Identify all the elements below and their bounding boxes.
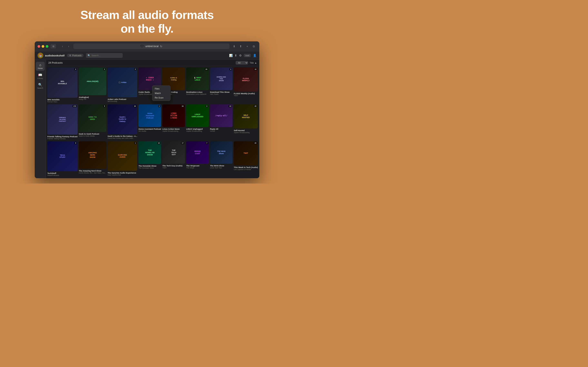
address-bar[interactable]: 🛡 umbrel.local ↻ (73, 43, 229, 49)
settings-icon[interactable]: ⚙ (239, 54, 242, 57)
forward-button[interactable]: › (66, 44, 71, 49)
sidebar-item-library[interactable]: 📖 Library (36, 72, 45, 81)
podcast-badge: 20 (254, 105, 257, 107)
podcast-info: The VergecastThe Verge (186, 164, 209, 169)
podcast-info: Self-HostedJupiter Broadcasting (234, 128, 258, 134)
podcast-card[interactable]: 20TWiTThis Week in Tech (Audio)Leo Lapor… (234, 141, 258, 177)
context-menu-item[interactable]: Files (152, 86, 170, 91)
podcast-info: The Homelab ShowThe Homelab Show (138, 164, 161, 169)
podcast-card[interactable]: 16LINUX ACTION >/NEWSLinux Action NewsJu… (162, 104, 185, 140)
podcast-badge: 23 (205, 68, 208, 70)
podcast-card[interactable]: 23🐧 DEST LINUXDestination LinuxDestinati… (186, 67, 209, 103)
library-icon: 📖 (38, 73, 42, 77)
podcasts-tag[interactable]: 🎙 Podcasts (67, 54, 84, 57)
filter-select[interactable]: All (236, 61, 248, 65)
podcast-title: TechStuff (47, 172, 78, 174)
search-bar[interactable]: 🔍 Search... (86, 53, 123, 58)
podcast-art: 🎧 Ardan (108, 67, 138, 97)
podcast-badge: 2 (134, 68, 137, 70)
context-menu-item[interactable]: Match (152, 91, 170, 95)
podcast-card[interactable]: 7VERGE CASTThe VergecastThe Verge (186, 141, 209, 177)
maximize-button[interactable] (46, 45, 48, 48)
podcast-info: Download This ShowABC Radio (210, 90, 233, 96)
podcast-art: LINUX UNPLUGGED (186, 104, 209, 127)
podcast-author: Gary Vaynerchuk (108, 174, 138, 176)
podcast-info: The Tech Guy (Audio)TWIT (162, 164, 185, 169)
podcast-title: FLOSS Weekly (Audio) (234, 92, 258, 95)
home-icon: ⌂ (39, 63, 41, 67)
podcast-card[interactable]: ThE WAN ShowThe WAN ShowLinus Tech Tips (210, 141, 233, 177)
podcast-card[interactable]: 13/reply-all/Reply AllGimlet (210, 104, 233, 140)
podcast-author: Jupiter Broadcasting (186, 130, 209, 132)
podcast-art: THE TECH GUY (162, 141, 185, 164)
podcast-card[interactable]: 4LINUX UNPLUGGEDLINUX UnpluggedJupiter B… (186, 104, 209, 140)
podcast-badge: 16 (181, 105, 184, 107)
tabs-button[interactable]: ⧉ (251, 44, 256, 49)
podcast-card[interactable]: FilesMatchRe-Scan< CODER RADIO >⋮Coder R… (138, 67, 161, 103)
podcast-card[interactable]: 3ANALOG(UE)Analog(ue)Relay FM (79, 67, 106, 103)
podcast-author: Gimlet (210, 130, 233, 132)
podcast-badge: 9 (74, 142, 77, 144)
url-text: umbrel.local (145, 45, 159, 48)
share-button[interactable]: ⬆ (238, 44, 243, 49)
podcast-card[interactable]: 299% INVISIBLE99% InvisibleRoman Mars (47, 67, 78, 103)
sort-direction-icon[interactable]: ▲ (255, 62, 257, 64)
podcast-card[interactable]: 10FLOSS WEEKLYFLOSS Weekly (Audio)TWIT (234, 67, 258, 103)
podcast-card[interactable]: 4DOWNLOAD THIS SHOWDownload This ShowABC… (210, 67, 233, 103)
podcast-info: LINUX UnpluggedJupiter Broadcasting (186, 127, 209, 133)
podcast-badge: 10 (157, 142, 161, 144)
podcast-card[interactable]: 172FRIENDS TALKING FANTASYFriends Talkin… (47, 104, 78, 140)
podcast-title: Self-Hosted (234, 129, 258, 132)
sidebar-item-search[interactable]: 🔍 Search (36, 81, 45, 90)
back-button[interactable]: ‹ (60, 44, 65, 49)
podcast-author: David Barr Kirtley and John Jose... (108, 137, 138, 139)
sidebar-item-home[interactable]: ⌂ Home (36, 62, 45, 71)
sidebar-home-label: Home (38, 67, 43, 69)
podcast-info: TechStuffiHeartPodcasts (47, 171, 78, 177)
reload-icon[interactable]: ↻ (160, 45, 162, 48)
upload-icon[interactable]: ⬆ (234, 54, 237, 57)
browser-chrome: ⊟ ‹ › 🛡 umbrel.local ↻ ⬇ ⬆ + ⧉ (35, 42, 259, 51)
user-icon[interactable]: 👤 (253, 54, 256, 57)
download-button[interactable]: ⬇ (232, 44, 237, 49)
podcast-title: The Tech Guy (Audio) (162, 165, 185, 167)
stats-icon[interactable]: 📊 (229, 54, 233, 57)
podcast-author: Friends Talking Fantasy (47, 138, 78, 140)
sort-row: Title ▲ (250, 62, 257, 64)
sidebar-toggle-button[interactable]: ⊟ (51, 44, 56, 49)
minimize-button[interactable] (42, 45, 44, 48)
podcast-info: The WAN ShowLinus Tech Tips (210, 164, 233, 169)
podcast-card[interactable]: 17THE TECH GUYThe Tech Guy (Audio)TWIT (162, 141, 185, 177)
podcast-card[interactable]: 10THE HOMELAB SHOWThe Homelab ShowThe Ho… (138, 141, 161, 177)
podcast-card[interactable]: 20SELF HOSTEDSelf-HostedJupiter Broadcas… (234, 104, 258, 140)
podcast-art: LINUX ACTION >/NEWS (162, 104, 185, 127)
podcast-author: Jupiter Broadcasting (234, 132, 258, 133)
podcast-badge: 5 (103, 105, 105, 107)
podcast-card[interactable]: 1GARYVEE AUDIOThe GaryVee Audio Experien… (108, 141, 138, 177)
podcast-author: The Verge (186, 167, 209, 169)
podcast-badge: 172 (72, 105, 77, 107)
context-menu-item[interactable]: Re-Scan (152, 95, 170, 100)
podcast-badge: 17 (181, 142, 184, 144)
podcast-art: FLOSS WEEKLY (234, 67, 258, 92)
podcast-info: The Amazing Nerd ShowComic Books, film, … (79, 169, 106, 174)
podcast-card[interactable]: AMAZING NERD SHOWThe Amazing Nerd ShowCo… (79, 141, 106, 177)
podcast-card[interactable]: 5GEEK TO GEEKGeek to Geek PodcastGeek to… (79, 104, 106, 140)
podcast-title: Destination Linux (186, 91, 209, 93)
close-button[interactable] (38, 45, 40, 48)
search-sidebar-icon: 🔍 (38, 83, 42, 87)
new-tab-button[interactable]: + (245, 44, 250, 49)
podcast-badge: 20 (254, 142, 257, 144)
podcast-author: The Homelab Show (138, 167, 161, 169)
podcast-author: Geek to Geek Media (79, 135, 106, 137)
podcast-card[interactable]: 30Geek's Guide to GalaxyGeek's Guide to … (108, 104, 138, 140)
podcast-author: TWIT (162, 167, 185, 169)
podcast-author: Destination Linux Network (186, 93, 209, 95)
topbar-right: 📊 ⬆ ⚙ root 👤 (229, 54, 256, 57)
user-badge[interactable]: root (244, 54, 251, 57)
podcast-card[interactable]: 9TECH STUFFTechStuffiHeartPodcasts (47, 141, 78, 177)
podcast-card[interactable]: 1Home Assistant PodcastHome Assistant Po… (138, 104, 161, 140)
podcast-badge: 1 (158, 105, 160, 107)
nav-buttons: ‹ › (60, 44, 71, 49)
podcast-card[interactable]: 2🎧 ArdanArdan Labs PodcastBill Kennedy (108, 67, 138, 103)
